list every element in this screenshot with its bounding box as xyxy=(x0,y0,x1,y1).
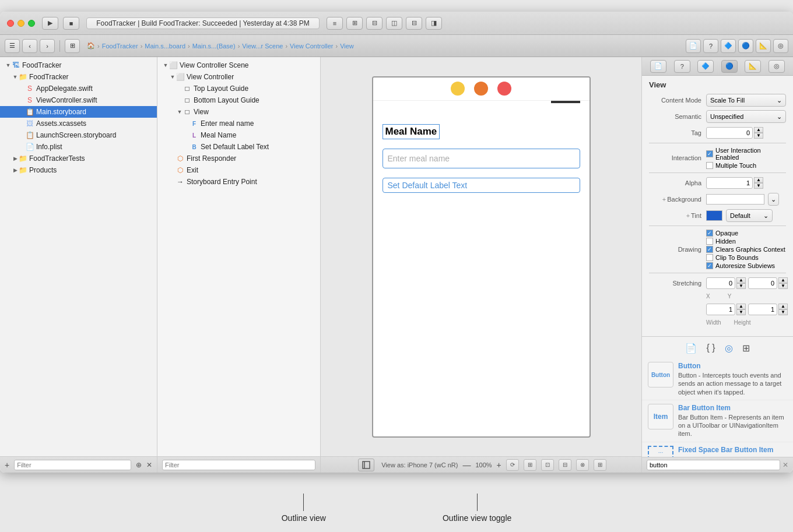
canvas-nav-3[interactable]: ⊡ xyxy=(541,459,554,471)
editor-standard-btn[interactable]: ≡ xyxy=(327,17,343,30)
sidebar-item-launchscreen[interactable]: ▶ 📋 LaunchScreen.storyboard xyxy=(0,129,157,141)
inspector-attr[interactable]: 🔵 xyxy=(738,39,753,53)
zoom-minus[interactable]: — xyxy=(462,460,471,470)
canvas-nav-2[interactable]: ⊞ xyxy=(524,459,536,471)
clip-bounds-checkbox[interactable] xyxy=(706,254,713,261)
inspector-tab-attr[interactable]: 🔵 xyxy=(721,60,738,73)
tint-swatch[interactable] xyxy=(706,210,722,221)
width-input[interactable]: 1 xyxy=(706,304,735,315)
canvas-nav-6[interactable]: ⊞ xyxy=(594,459,606,471)
opaque-checkbox[interactable]: ✓ xyxy=(706,230,713,237)
clears-graphics-checkbox[interactable]: ✓ xyxy=(706,246,713,253)
search-clear-btn[interactable]: ✕ xyxy=(783,461,788,469)
outline-item-view[interactable]: ▼ □ View xyxy=(157,106,320,118)
breadcrumb-scene[interactable]: View...r Scene xyxy=(242,43,283,50)
lib-icon-code[interactable]: { } xyxy=(706,343,715,354)
inspector-tab-size[interactable]: 📐 xyxy=(745,60,761,73)
breadcrumb-base[interactable]: Main.s...(Base) xyxy=(192,43,236,50)
add-file-btn[interactable]: + xyxy=(5,460,9,470)
inspector-file[interactable]: 📄 xyxy=(686,39,701,53)
w-inc[interactable]: ▲ xyxy=(736,304,746,309)
maximize-button[interactable] xyxy=(28,20,35,27)
outline-item-top-layout[interactable]: ▶ □ Top Layout Guide xyxy=(157,83,320,94)
content-mode-dropdown[interactable]: Scale To Fill ⌄ xyxy=(706,94,786,107)
semantic-dropdown[interactable]: Unspecified ⌄ xyxy=(706,110,786,123)
canvas-nav-1[interactable]: ⟳ xyxy=(506,459,519,471)
outline-item-entry[interactable]: ▶ → Storyboard Entry Point xyxy=(157,176,320,188)
outline-filter-input[interactable] xyxy=(162,460,315,470)
alpha-input[interactable]: 1 xyxy=(706,177,753,189)
filter-options-btn[interactable]: ⊕ xyxy=(136,461,142,469)
outline-item-exit[interactable]: ▶ ⬡ Exit xyxy=(157,164,320,176)
filter-recent-btn[interactable]: ✕ xyxy=(146,461,152,469)
multiple-touch-checkbox[interactable] xyxy=(706,162,713,169)
inspector-tab-connect[interactable]: ◎ xyxy=(769,60,785,73)
alpha-decrement[interactable]: ▼ xyxy=(754,183,763,189)
library-search-input[interactable] xyxy=(647,460,780,470)
outline-item-bottom-layout[interactable]: ▶ □ Bottom Layout Guide xyxy=(157,94,320,106)
breadcrumb-mainboard[interactable]: Main.s...board xyxy=(145,43,185,50)
left-panel-btn[interactable]: ◫ xyxy=(386,17,402,30)
inspector-id[interactable]: 🔷 xyxy=(721,39,736,53)
sidebar-item-assets[interactable]: ▶ 🖼 Assets.xcassets xyxy=(0,118,157,129)
canvas-nav-5[interactable]: ⊗ xyxy=(576,459,589,471)
inspector-tab-quick[interactable]: ? xyxy=(674,60,690,73)
outline-item-textfield[interactable]: ▶ F Enter meal name xyxy=(157,118,320,129)
background-swatch[interactable] xyxy=(706,194,764,205)
run-button[interactable]: ▶ xyxy=(42,17,58,30)
breadcrumb-foodtracker[interactable]: 🏠 xyxy=(87,42,95,50)
set-label-button[interactable]: Set Default Label Text xyxy=(383,178,580,193)
w-dec[interactable]: ▼ xyxy=(736,309,746,315)
hidden-checkbox[interactable] xyxy=(706,238,713,245)
sidebar-filter-input[interactable] xyxy=(14,460,131,470)
inspector-size[interactable]: 📐 xyxy=(756,39,771,53)
bg-dropdown[interactable]: ⌄ xyxy=(768,193,779,206)
tag-input[interactable]: 0 xyxy=(706,127,753,139)
breadcrumb-foodtracker2[interactable]: FoodTracker xyxy=(102,43,138,50)
sidebar-item-infoplist[interactable]: ▶ 📄 Info.plist xyxy=(0,141,157,153)
outline-item-button[interactable]: ▶ B Set Default Label Text xyxy=(157,141,320,153)
h-inc[interactable]: ▲ xyxy=(778,304,788,309)
sidebar-item-products[interactable]: ▶ 📁 Products xyxy=(0,164,157,176)
tag-increment[interactable]: ▲ xyxy=(754,127,763,133)
sidebar-item-mainstoryboard[interactable]: ▶ 📋 Main.storyboard xyxy=(0,106,157,118)
minimize-button[interactable] xyxy=(17,20,24,27)
stop-button[interactable]: ■ xyxy=(63,17,79,30)
sy-dec[interactable]: ▼ xyxy=(778,283,788,289)
stretch-x-input[interactable]: 0 xyxy=(706,277,735,289)
height-input[interactable]: 1 xyxy=(748,304,777,315)
sidebar-item-foodtracker-group[interactable]: ▼ 📁 FoodTracker xyxy=(0,71,157,83)
sx-inc[interactable]: ▲ xyxy=(736,277,746,283)
inspector-connect[interactable]: ◎ xyxy=(773,39,788,53)
show-outline[interactable]: ⊞ xyxy=(65,39,80,53)
outline-item-responder[interactable]: ▶ ⬡ First Responder xyxy=(157,153,320,164)
editor-assistant-btn[interactable]: ⊞ xyxy=(346,17,363,30)
inspector-help[interactable]: ? xyxy=(703,39,718,53)
editor-version-btn[interactable]: ⊟ xyxy=(366,17,383,30)
tint-dropdown[interactable]: Default ⌄ xyxy=(726,209,773,222)
tag-decrement[interactable]: ▼ xyxy=(754,133,763,139)
right-panel-btn[interactable]: ◨ xyxy=(426,17,442,30)
h-dec[interactable]: ▼ xyxy=(778,309,788,315)
nav-forward[interactable]: › xyxy=(40,39,55,53)
stretch-y-input[interactable]: 0 xyxy=(748,277,777,289)
lib-icon-file[interactable]: 📄 xyxy=(685,343,697,354)
alpha-increment[interactable]: ▲ xyxy=(754,177,763,183)
sy-inc[interactable]: ▲ xyxy=(778,277,788,283)
sidebar-item-viewcontroller[interactable]: ▶ S ViewController.swift xyxy=(0,94,157,106)
nav-back[interactable]: ‹ xyxy=(22,39,37,53)
navigator-toggle[interactable]: ☰ xyxy=(5,39,20,53)
bottom-panel-btn[interactable]: ⊟ xyxy=(406,17,422,30)
breadcrumb-vc[interactable]: View Controller xyxy=(290,43,333,50)
sidebar-item-tests[interactable]: ▶ 📁 FoodTrackerTests xyxy=(0,153,157,164)
lib-icon-rect[interactable]: ⊞ xyxy=(742,343,750,354)
sx-dec[interactable]: ▼ xyxy=(736,283,746,289)
autoresize-checkbox[interactable]: ✓ xyxy=(706,262,713,269)
user-interaction-checkbox[interactable]: ✓ xyxy=(706,150,713,157)
outline-toggle-button[interactable] xyxy=(358,459,374,471)
canvas-nav-4[interactable]: ⊟ xyxy=(559,459,571,471)
outline-item-vc[interactable]: ▼ ⬜ View Controller xyxy=(157,71,320,83)
meal-name-label[interactable]: Meal Name xyxy=(383,124,440,139)
sidebar-item-foodtracker-project[interactable]: ▼ 🏗 FoodTracker xyxy=(0,59,157,71)
inspector-tab-file[interactable]: 📄 xyxy=(650,60,666,73)
